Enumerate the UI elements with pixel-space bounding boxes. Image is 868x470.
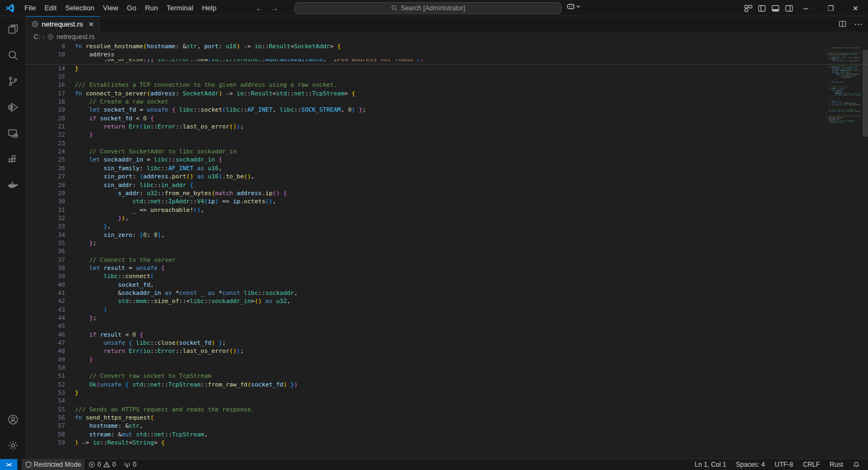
- code-line: 14}: [26, 65, 868, 73]
- menu-bar: FileEditSelectionViewGoRunTerminalHelp: [20, 0, 221, 16]
- extensions-icon[interactable]: [0, 146, 26, 172]
- menu-item-run[interactable]: Run: [141, 0, 162, 16]
- search-icon: [391, 5, 398, 11]
- title-bar: FileEditSelectionViewGoRunTerminalHelp ←…: [0, 0, 868, 16]
- code-line: 55/// Sends an HTTPS request and reads t…: [26, 405, 868, 414]
- code-editor[interactable]: 8fn resolve_hostname(hostname: &str, por…: [26, 42, 868, 459]
- breadcrumb-separator-icon: ›: [43, 34, 44, 40]
- code-line: 53}: [26, 389, 868, 397]
- source-control-icon[interactable]: [0, 68, 26, 94]
- window-minimize-button[interactable]: ─: [793, 0, 818, 16]
- code-line: 17fn connect_to_server(address: SocketAd…: [26, 89, 868, 98]
- code-line: 58 stream: &mut std::net::TcpStream,: [26, 430, 868, 439]
- breadcrumb-file[interactable]: netrequest.rs: [56, 33, 94, 41]
- docker-icon[interactable]: [0, 172, 26, 198]
- menu-item-help[interactable]: Help: [197, 0, 221, 16]
- notifications-bell-icon[interactable]: [848, 459, 865, 470]
- editor-more-actions-icon[interactable]: ⋯: [854, 19, 863, 29]
- shield-icon: [25, 461, 31, 468]
- code-line: 18 // Create a raw socket: [26, 98, 868, 106]
- code-line: 31 _ => unreachable!(),: [26, 206, 868, 214]
- explorer-icon[interactable]: [0, 16, 26, 42]
- rust-file-icon: R: [47, 34, 54, 40]
- menu-item-edit[interactable]: Edit: [40, 0, 61, 16]
- tab-close-icon[interactable]: ✕: [88, 21, 94, 28]
- code-line: 36: [26, 247, 868, 255]
- tab-bar: R netrequest.rs ✕ ⋯: [26, 16, 868, 31]
- remote-explorer-icon[interactable]: [0, 120, 26, 146]
- code-line: 51 // Convert raw socket to TcpStream: [26, 372, 868, 380]
- nav-back-button[interactable]: ←: [256, 4, 263, 12]
- activity-bar: [0, 16, 26, 459]
- code-line: 35 };: [26, 239, 868, 247]
- remote-indicator[interactable]: ><: [0, 459, 17, 470]
- code-line: 39 libc::connect(: [26, 272, 868, 280]
- tab-netrequest[interactable]: R netrequest.rs ✕: [26, 16, 100, 31]
- code-line: 30 std::net::IpAddr::V4(ip) => ip.octets…: [26, 197, 868, 205]
- svg-text:R: R: [34, 22, 36, 26]
- eol-sequence[interactable]: CRLF: [798, 459, 825, 470]
- code-line: 56fn send_https_request(: [26, 414, 868, 422]
- minimap[interactable]: fn resolve_hostname(hostname: &str, port…: [826, 42, 860, 124]
- accounts-icon[interactable]: [0, 407, 26, 433]
- ports-badge[interactable]: 0: [120, 459, 141, 470]
- toggle-panel-icon[interactable]: [771, 4, 780, 12]
- code-line: 29 s_addr: u32::from_ne_bytes(match addr…: [26, 189, 868, 197]
- toggle-primary-sidebar-icon[interactable]: [758, 4, 766, 12]
- code-line: 44 };: [26, 314, 868, 322]
- search-sidebar-icon[interactable]: [0, 42, 26, 68]
- errors-icon: [88, 461, 95, 468]
- problems-badge[interactable]: 0 0: [85, 459, 119, 470]
- settings-gear-icon[interactable]: [0, 433, 26, 459]
- code-line: 46 if result < 0 {: [26, 331, 868, 339]
- vscode-logo-icon: [5, 3, 15, 13]
- nav-forward-button[interactable]: →: [271, 4, 278, 12]
- code-line: 34 sin_zero: [0; 8],: [26, 231, 868, 239]
- menu-item-view[interactable]: View: [99, 0, 123, 16]
- menu-item-selection[interactable]: Selection: [61, 0, 98, 16]
- split-editor-icon[interactable]: [839, 20, 846, 28]
- restricted-mode-badge[interactable]: Restricted Mode: [22, 459, 85, 470]
- code-line: 15: [26, 73, 868, 81]
- window-restore-button[interactable]: ❐: [818, 0, 843, 16]
- breadcrumb-drive[interactable]: C:: [34, 33, 40, 41]
- code-line: 49 }: [26, 356, 868, 364]
- code-line: 40 socket_fd,: [26, 281, 868, 289]
- code-lines: 14}1516/// Establishes a TCP connection …: [26, 65, 868, 447]
- vertical-scrollbar[interactable]: [863, 50, 868, 137]
- code-line: 24 // Convert SocketAddr to libc sockadd…: [26, 147, 868, 156]
- customize-layout-icon[interactable]: [744, 4, 752, 12]
- language-mode[interactable]: Rust: [825, 459, 848, 470]
- code-line: 37 // Connect to the server: [26, 256, 868, 264]
- toggle-secondary-sidebar-icon[interactable]: [785, 4, 793, 12]
- status-bar: >< Restricted Mode 0 0 0 Ln 1, Col 1 Spa…: [0, 459, 868, 470]
- window-close-button[interactable]: ✕: [843, 0, 868, 16]
- menu-item-go[interactable]: Go: [123, 0, 141, 16]
- command-center-search[interactable]: Search [Administrator]: [295, 2, 561, 14]
- code-line: 32 }),: [26, 214, 868, 222]
- code-line: 38 let result = unsafe {: [26, 264, 868, 272]
- code-line: 20 if socket_fd < 0 {: [26, 114, 868, 123]
- tab-label: netrequest.rs: [42, 20, 83, 28]
- code-line: 22 }: [26, 131, 868, 139]
- code-line: 8fn resolve_hostname(hostname: &str, por…: [26, 42, 868, 50]
- code-line: 25 let sockaddr_in = libc::sockaddr_in {: [26, 156, 868, 164]
- code-line: 43 ): [26, 306, 868, 314]
- code-line: 27 sin_port: (address.port() as u16).to_…: [26, 172, 868, 181]
- code-line: 54: [26, 397, 868, 405]
- code-line: 16/// Establishes a TCP connection to th…: [26, 81, 868, 89]
- indentation[interactable]: Spaces: 4: [731, 459, 770, 470]
- run-debug-icon[interactable]: [0, 94, 26, 120]
- menu-item-terminal[interactable]: Terminal: [162, 0, 197, 16]
- code-line: 19 let socket_fd = unsafe { libc::socket…: [26, 106, 868, 114]
- code-line: 26 sin_family: libc::AF_INET as u16,: [26, 164, 868, 172]
- menu-item-file[interactable]: File: [20, 0, 40, 16]
- code-line: 10 address: [26, 50, 868, 59]
- code-line: 59) -> io::Result<String> {: [26, 439, 868, 447]
- sticky-scroll: 8fn resolve_hostname(hostname: &str, por…: [26, 42, 868, 65]
- copilot-menu-button[interactable]: [566, 2, 580, 11]
- encoding[interactable]: UTF-8: [770, 459, 798, 470]
- cursor-position[interactable]: Ln 1, Col 1: [690, 459, 731, 470]
- breadcrumb[interactable]: C: › R netrequest.rs: [26, 31, 868, 42]
- warnings-count: 0: [112, 461, 116, 468]
